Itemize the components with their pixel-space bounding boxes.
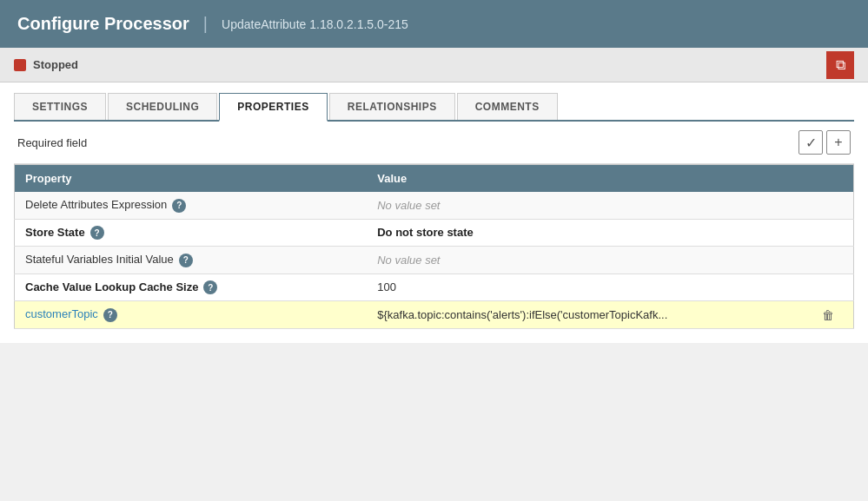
tab-comments[interactable]: COMMENTS (457, 93, 558, 120)
tab-scheduling[interactable]: SCHEDULING (108, 93, 217, 120)
value-text-store-state[interactable]: Do not store state (377, 226, 474, 239)
required-field-label: Required field (17, 136, 87, 149)
properties-table: Property Value Delete Attributes Express… (14, 164, 854, 329)
property-name-customer-topic: customerTopic (25, 307, 98, 320)
header-title: Configure Processor (17, 14, 189, 34)
required-field-row: Required field ✓ + (14, 122, 854, 164)
action-cell-stateful-variables (804, 247, 854, 274)
action-cell-cache-value (804, 274, 854, 301)
table-header-row: Property Value (15, 165, 854, 193)
header-divider: | (203, 14, 208, 34)
value-text-cache-value[interactable]: 100 (377, 280, 396, 293)
property-name-delete-attributes: Delete Attributes Expression (25, 198, 167, 211)
action-cell-store-state (804, 219, 854, 247)
status-bar: Stopped ⧉ (0, 48, 868, 82)
help-icon-delete-attributes[interactable]: ? (172, 199, 186, 213)
stopped-indicator (14, 59, 26, 71)
table-row: Store State?Do not store state (15, 219, 854, 247)
value-cell-store-state: Do not store state (367, 219, 803, 247)
header: Configure Processor | UpdateAttribute 1.… (0, 0, 868, 48)
delete-button-customer-topic[interactable]: 🗑 (822, 308, 834, 322)
value-cell-stateful-variables: No value set (367, 247, 803, 274)
value-cell-cache-value: 100 (367, 274, 803, 301)
verify-button[interactable]: ✓ (798, 130, 823, 155)
table-row: customerTopic?${kafka.topic:contains('al… (15, 301, 854, 329)
header-subtitle: UpdateAttribute 1.18.0.2.1.5.0-215 (222, 17, 408, 31)
help-icon-stateful-variables[interactable]: ? (179, 254, 193, 267)
status-left: Stopped (14, 58, 78, 71)
tab-properties[interactable]: PROPERTIES (219, 93, 327, 122)
property-name-store-state: Store State (25, 226, 85, 239)
property-name-cache-value: Cache Value Lookup Cache Size (25, 280, 198, 293)
col-value-header: Value (367, 165, 803, 193)
add-icon: + (834, 135, 842, 150)
verify-icon: ✓ (805, 135, 817, 151)
table-row: Cache Value Lookup Cache Size?100 (15, 274, 854, 301)
help-icon-cache-value[interactable]: ? (203, 280, 217, 294)
copy-button[interactable]: ⧉ (826, 51, 854, 79)
value-cell-customer-topic: ${kafka.topic:contains('alerts'):ifElse(… (367, 301, 803, 329)
value-text-delete-attributes: No value set (377, 199, 440, 212)
help-icon-store-state[interactable]: ? (90, 226, 104, 240)
property-cell-delete-attributes: Delete Attributes Expression? (15, 192, 368, 219)
table-row: Stateful Variables Initial Value?No valu… (15, 247, 854, 274)
value-cell-delete-attributes: No value set (367, 192, 803, 219)
table-row: Delete Attributes Expression?No value se… (15, 192, 854, 219)
col-action-header (804, 165, 854, 193)
col-property-header: Property (15, 165, 368, 193)
tabs: SETTINGSSCHEDULINGPROPERTIESRELATIONSHIP… (14, 82, 854, 122)
value-text-stateful-variables: No value set (377, 254, 440, 267)
copy-icon: ⧉ (836, 57, 845, 73)
property-cell-stateful-variables: Stateful Variables Initial Value? (15, 247, 368, 274)
status-text: Stopped (33, 58, 78, 71)
main-content: SETTINGSSCHEDULINGPROPERTIESRELATIONSHIP… (0, 82, 868, 343)
help-icon-customer-topic[interactable]: ? (103, 308, 117, 322)
property-name-stateful-variables: Stateful Variables Initial Value (25, 253, 174, 266)
property-cell-store-state: Store State? (15, 219, 368, 247)
action-cell-customer-topic: 🗑 (804, 301, 854, 329)
tab-relationships[interactable]: RELATIONSHIPS (329, 93, 455, 120)
property-cell-cache-value: Cache Value Lookup Cache Size? (15, 274, 368, 301)
value-text-customer-topic[interactable]: ${kafka.topic:contains('alerts'):ifElse(… (377, 308, 667, 321)
action-cell-delete-attributes (804, 192, 854, 219)
required-actions: ✓ + (798, 130, 851, 155)
add-property-button[interactable]: + (826, 130, 851, 155)
tab-settings[interactable]: SETTINGS (14, 93, 106, 120)
property-cell-customer-topic: customerTopic? (15, 301, 368, 329)
